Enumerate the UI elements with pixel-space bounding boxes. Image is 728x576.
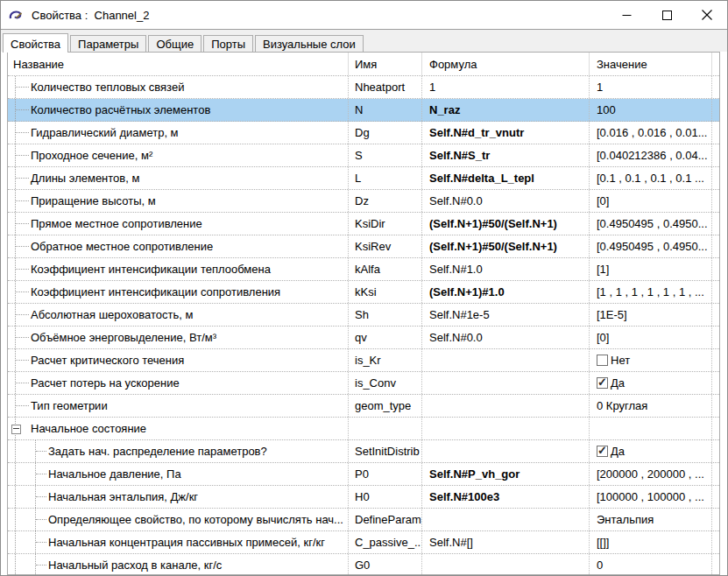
column-header-imia[interactable]: Имя	[349, 53, 422, 75]
cell-formula[interactable]	[422, 372, 590, 394]
table-row[interactable]: Начальное давление, ПаP0Self.N#P_vh_gor[…	[8, 463, 719, 486]
cell-formula[interactable]: Self.N#[]	[422, 531, 590, 553]
cell-value[interactable]: [0.040212386 , 0.04...	[590, 144, 712, 166]
cell-formula[interactable]	[422, 349, 590, 371]
table-row[interactable]: Начальная энтальпия, Дж/кгH0Self.N#100e3…	[8, 486, 719, 509]
cell-value[interactable]: [0.4950495 , 0.4950...	[590, 235, 712, 257]
maximize-button[interactable]	[647, 1, 687, 29]
cell-formula[interactable]: Self.N#1.0	[422, 258, 590, 280]
close-icon	[702, 10, 712, 20]
cell-value[interactable]: [0.016 , 0.016 , 0.01...	[590, 122, 712, 144]
cell-formula[interactable]: Self.N#100e3	[422, 486, 590, 508]
cell-value[interactable]: [0.1 , 0.1 , 0.1 , 0.1 ...	[590, 167, 712, 189]
cell-formula[interactable]: (Self.N+1)#50/(Self.N+1)	[422, 213, 590, 235]
tab-porty[interactable]: Порты	[203, 35, 253, 52]
maximize-icon	[662, 11, 672, 20]
tree-branch	[16, 314, 29, 315]
collapse-icon[interactable]	[11, 425, 21, 434]
table-row[interactable]: Определяющее свойство, по которому вычис…	[8, 509, 719, 531]
cell-formula[interactable]	[422, 554, 590, 574]
checkbox-checked-icon[interactable]	[597, 377, 608, 389]
cell-value[interactable]: [100000 , 100000 , ...	[590, 486, 712, 508]
cell-value[interactable]: 100	[590, 99, 712, 121]
checkbox-unchecked-icon[interactable]	[597, 355, 608, 366]
cell-value[interactable]: [1E-5]	[590, 304, 712, 326]
cell-formula[interactable]: Self.N#delta_L_tepl	[422, 167, 590, 189]
column-header-nazvanie[interactable]: Название	[8, 53, 349, 75]
minimize-button[interactable]	[606, 1, 647, 29]
cell-imia: SetInitDistrib	[349, 440, 422, 462]
properties-window: Свойства : Channel_2 Свойства Параметры …	[0, 0, 728, 576]
cell-formula[interactable]: Self.N#0.0	[422, 190, 590, 212]
close-button[interactable]	[687, 1, 727, 29]
table-row[interactable]: Прямое местное сопротивлениеKsiDir(Self.…	[8, 213, 719, 235]
cell-formula[interactable]	[422, 395, 590, 417]
cell-formula[interactable]	[422, 509, 590, 530]
table-row[interactable]: Гидравлический диаметр, мDgSelf.N#d_tr_v…	[8, 122, 719, 144]
cell-imia: N	[349, 99, 422, 121]
cell-value[interactable]	[590, 418, 712, 439]
cell-imia: G0	[349, 554, 422, 574]
cell-value[interactable]: 0 Круглая	[590, 395, 712, 417]
cell-name: Длины элементов, м	[8, 167, 349, 189]
table-row[interactable]: Расчет критического теченияis_KrНет	[8, 349, 719, 372]
table-row[interactable]: Длины элементов, мLSelf.N#delta_L_tepl[0…	[8, 167, 719, 190]
tab-svoystva[interactable]: Свойства	[3, 33, 68, 53]
cell-formula[interactable]: (Self.N+1)#1.0	[422, 281, 590, 303]
tab-vizualnye-sloi[interactable]: Визуальные слои	[255, 35, 364, 52]
cell-formula[interactable]: Self.N#1e-5	[422, 304, 590, 326]
cell-formula[interactable]: (Self.N+1)#50/(Self.N+1)	[422, 235, 590, 257]
cell-value[interactable]: 1	[590, 76, 712, 98]
table-row[interactable]: Начальный расход в канале, кг/сG00	[8, 554, 719, 574]
cell-value[interactable]: [1]	[590, 258, 712, 280]
table-row[interactable]: Абсолютная шероховатость, мShSelf.N#1e-5…	[8, 304, 719, 327]
checkbox-checked-icon[interactable]	[597, 446, 608, 457]
cell-value[interactable]: [0]	[590, 190, 712, 212]
cell-value[interactable]: 0	[590, 554, 712, 574]
cell-value[interactable]: [[]]	[590, 531, 712, 553]
table-row[interactable]: Коэффициент интенсификации теплообменаkA…	[8, 258, 719, 281]
cell-value[interactable]: [0.4950495 , 0.4950...	[590, 213, 712, 235]
cell-value[interactable]: [1 , 1 , 1 , 1 , 1 , 1 , ...	[590, 281, 712, 303]
cell-formula[interactable]	[422, 418, 590, 439]
table-row[interactable]: Количество расчётных элементовNN_raz100	[8, 99, 719, 122]
cell-formula[interactable]: Self.N#0.0	[422, 327, 590, 348]
cell-formula[interactable]: 1	[422, 76, 590, 98]
column-header-znachenie[interactable]: Значение	[590, 53, 712, 75]
table-row[interactable]: Тип геометрииgeom_type0 Круглая	[8, 395, 719, 418]
cell-name: Проходное сечение, м²	[8, 144, 349, 166]
table-row[interactable]: Начальное состояние	[8, 418, 719, 440]
cell-formula[interactable]: Self.N#S_tr	[422, 144, 590, 166]
row-label: Длины элементов, м	[31, 172, 139, 185]
cell-value[interactable]: Энтальпия	[590, 509, 712, 530]
table-row[interactable]: Задать нач. распределение параметров?Set…	[8, 440, 719, 463]
tab-parametry[interactable]: Параметры	[70, 35, 146, 52]
cell-formula[interactable]	[422, 440, 590, 462]
table-row[interactable]: Коэффициент интенсификации сопротивления…	[8, 281, 719, 304]
table-row[interactable]: Объёмное энерговыделение, Вт/м³qvSelf.N#…	[8, 327, 719, 349]
table-row[interactable]: Расчет потерь на ускорениеis_ConvДа	[8, 372, 719, 395]
cell-formula[interactable]: Self.N#d_tr_vnutr	[422, 122, 590, 144]
cell-formula[interactable]: Self.N#P_vh_gor	[422, 463, 590, 485]
row-label: Обратное местное сопротивление	[31, 240, 213, 253]
table-row[interactable]: Проходное сечение, м²SSelf.N#S_tr[0.0402…	[8, 144, 719, 167]
table-row[interactable]: Количество тепловых связейNheatport11	[8, 76, 719, 99]
column-header-formula[interactable]: Формула	[422, 53, 590, 75]
table-row[interactable]: Обратное местное сопротивлениеKsiRev(Sel…	[8, 235, 719, 258]
cell-value[interactable]: Да	[590, 372, 712, 394]
cell-formula[interactable]: N_raz	[422, 99, 590, 121]
cell-value[interactable]: Да	[590, 440, 712, 462]
tab-obshchie[interactable]: Общие	[148, 35, 201, 52]
table-row[interactable]: Начальная концентрация пассивных примесе…	[8, 531, 719, 554]
tree-branch	[16, 337, 29, 338]
window-controls	[606, 1, 727, 29]
tree-branch	[16, 360, 29, 361]
cell-value[interactable]: Нет	[590, 349, 712, 371]
row-var-name: Nheatport	[355, 81, 405, 94]
cell-value[interactable]: [200000 , 200000 , ...	[590, 463, 712, 485]
row-label: Количество тепловых связей	[31, 81, 184, 94]
title-bar[interactable]: Свойства : Channel_2	[1, 1, 727, 29]
cell-value[interactable]: [0]	[590, 327, 712, 348]
row-formula: Self.N#delta_L_tepl	[429, 172, 534, 185]
table-row[interactable]: Приращение высоты, мDzSelf.N#0.0[0]	[8, 190, 719, 213]
